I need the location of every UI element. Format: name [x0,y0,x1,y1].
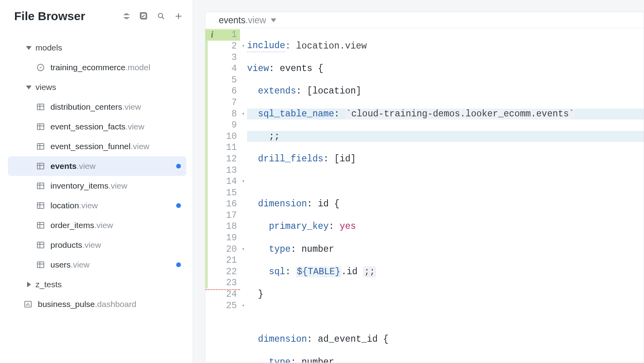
file-training-ecommerce-model[interactable]: training_ecommerce.model [8,58,186,77]
gutter-line-23[interactable]: 23 [205,277,240,289]
svg-rect-30 [37,223,44,228]
svg-marker-39 [27,282,31,287]
fold-arrow-icon[interactable]: ▾ [242,109,245,120]
modified-dot-icon [176,262,181,267]
gutter-line-22[interactable]: 22 [205,266,240,278]
folder-views-children: distribution_centers.view event_session_… [8,97,186,275]
file-tree: models training_ecommerce.model [8,38,186,314]
modified-dot-icon [176,164,181,168]
gutter-line-2[interactable]: 2▾ [205,41,240,52]
editor-pane: events.view i1 2▾ 3 4 5 6 7 8▾ [193,0,644,363]
fold-arrow-icon[interactable]: ▾ [242,41,245,52]
fold-arrow-icon[interactable]: ▾ [242,300,245,312]
file-users-view[interactable]: users.view [8,255,186,275]
table-icon [35,221,47,230]
search-icon[interactable] [156,11,167,22]
table-icon [35,122,47,131]
gutter-line-21[interactable]: 21 [205,255,240,266]
gutter-line-17[interactable]: 17 [205,210,240,221]
folder-models-children: training_ecommerce.model [8,58,186,77]
gutter-line-4[interactable]: 4 [205,63,240,75]
table-icon [35,142,47,151]
svg-marker-44 [271,19,276,22]
gutter-line-6[interactable]: 6 [205,86,240,97]
gutter-line-7[interactable]: 7 [205,97,240,109]
app-root: File Browser [0,0,644,363]
gutter-line-25[interactable]: 25▾ [205,300,240,312]
svg-rect-24 [37,183,44,189]
gutter-line-14[interactable]: 14▾ [205,176,240,187]
editor-card: events.view i1 2▾ 3 4 5 6 7 8▾ [205,12,644,363]
validate-icon[interactable] [138,11,149,22]
table-icon [35,103,47,111]
collapse-panels-icon[interactable] [121,11,132,22]
gutter-line-20[interactable]: 20▾ [205,244,240,255]
file-inventory-items-view[interactable]: inventory_items.view [8,176,186,196]
info-icon: i [211,29,213,41]
gutter-line-9[interactable]: 9 [205,120,240,131]
caret-right-icon [22,282,35,287]
editor-tab-events[interactable]: events.view [219,15,276,26]
svg-rect-27 [37,203,44,209]
fold-arrow-icon[interactable]: ▾ [242,244,245,255]
modified-dot-icon [176,203,181,208]
svg-rect-18 [37,144,44,150]
table-icon [35,260,47,269]
svg-rect-12 [37,104,44,110]
folder-z-tests[interactable]: z_tests [8,275,186,294]
svg-rect-15 [37,124,44,130]
file-event-session-facts-view[interactable]: event_session_facts.view [8,117,186,137]
gutter-line-15[interactable]: 15 [205,187,240,199]
file-business-pulse-dashboard[interactable]: business_pulse.dashboard [8,294,186,314]
gutter-line-12[interactable]: 12 [205,153,240,165]
dashboard-icon [22,300,34,309]
editor-gutter: i1 2▾ 3 4 5 6 7 8▾ 9 10 11 12 13 14▾ 15 … [205,28,240,363]
svg-marker-11 [26,86,32,90]
gutter-line-18[interactable]: 18 [205,221,240,232]
gutter-line-1[interactable]: i1 [205,29,240,41]
code-content[interactable]: include: location.view view: events { ex… [240,28,644,363]
table-icon [35,182,47,190]
code-editor[interactable]: i1 2▾ 3 4 5 6 7 8▾ 9 10 11 12 13 14▾ 15 … [205,28,644,363]
sidebar-title: File Browser [14,9,85,23]
editor-tabbar: events.view [205,12,644,28]
caret-down-icon [22,84,35,90]
gutter-line-19[interactable]: 19 [205,232,240,244]
caret-down-icon [22,45,35,51]
file-order-items-view[interactable]: order_items.view [8,215,186,235]
svg-marker-8 [26,46,32,50]
chevron-down-icon [271,17,276,23]
svg-rect-33 [37,242,44,248]
gutter-line-5[interactable]: 5 [205,75,240,86]
file-event-session-funnel-view[interactable]: event_session_funnel.view [8,137,186,156]
file-distribution-centers-view[interactable]: distribution_centers.view [8,97,186,117]
svg-marker-10 [39,66,42,69]
svg-line-5 [162,17,164,19]
gutter-line-11[interactable]: 11 [205,142,240,153]
gutter-line-10[interactable]: 10 [205,131,240,142]
sidebar-actions [121,11,184,22]
compass-icon [35,63,47,72]
table-icon [35,201,47,210]
table-icon [35,241,47,249]
file-location-view[interactable]: location.view [8,196,186,215]
gutter-line-8[interactable]: 8▾ [205,109,240,120]
file-browser-sidebar: File Browser [0,0,193,363]
table-icon [35,162,47,170]
svg-point-4 [158,13,163,18]
gutter-line-16[interactable]: 16 [205,198,240,210]
folder-views[interactable]: views [8,77,186,97]
gutter-line-3[interactable]: 3 [205,52,240,64]
svg-rect-36 [37,262,44,268]
sidebar-header: File Browser [8,9,186,31]
gutter-line-24[interactable]: 24 [205,289,240,300]
svg-rect-21 [37,163,44,169]
add-icon[interactable] [173,11,184,22]
fold-arrow-icon[interactable]: ▾ [242,176,245,187]
gutter-line-13[interactable]: 13 [205,165,240,176]
file-products-view[interactable]: products.view [8,235,186,255]
file-events-view[interactable]: events.view [8,156,186,176]
folder-models[interactable]: models [8,38,186,58]
